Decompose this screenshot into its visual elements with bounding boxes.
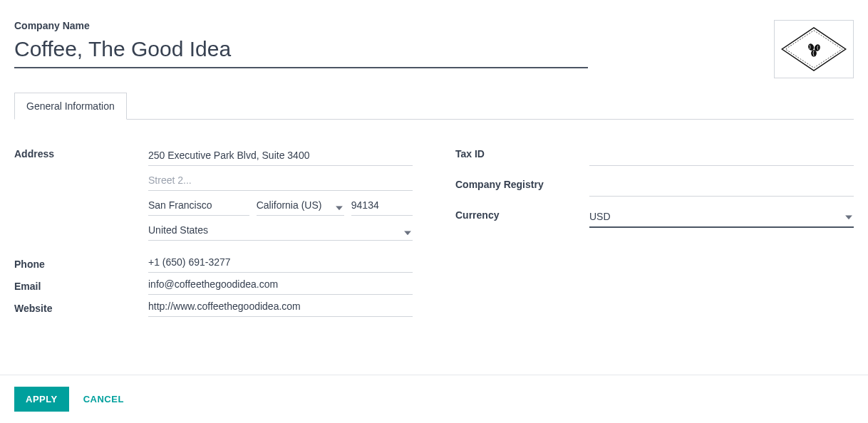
tax-id-input[interactable] [589,145,854,166]
address-label: Address [14,145,148,160]
website-label: Website [14,300,148,314]
footer: Apply Cancel [0,375,868,423]
phone-input[interactable] [148,252,413,273]
cancel-button[interactable]: Cancel [83,394,124,404]
city-input[interactable] [148,195,249,216]
tabs: General Information [14,93,854,120]
company-logo[interactable] [774,20,854,78]
apply-button[interactable]: Apply [14,387,69,412]
email-label: Email [14,278,148,292]
company-registry-label: Company Registry [455,176,589,190]
tax-id-label: Tax ID [455,145,589,160]
svg-marker-0 [782,28,845,70]
street1-input[interactable] [148,145,413,166]
company-name-input[interactable] [14,34,588,68]
currency-label: Currency [455,207,589,221]
state-input[interactable] [257,195,344,216]
email-input[interactable] [148,274,413,295]
tab-general-information[interactable]: General Information [14,93,127,120]
country-input[interactable] [148,220,413,241]
zip-input[interactable] [351,195,413,216]
website-input[interactable] [148,296,413,317]
street2-input[interactable] [148,170,413,191]
logo-diamond-icon [778,25,849,73]
phone-label: Phone [14,256,148,270]
company-registry-input[interactable] [589,176,854,197]
currency-input[interactable] [589,207,854,228]
company-name-label: Company Name [14,20,588,31]
